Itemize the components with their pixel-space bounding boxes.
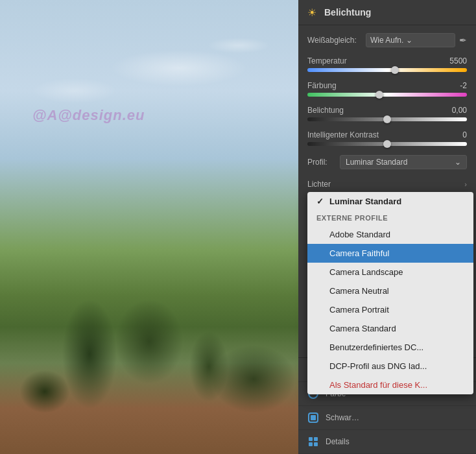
- slider-temperatur-track[interactable]: [307, 68, 467, 72]
- watermark: @A@design.eu: [32, 107, 145, 124]
- slider-temperatur-thumb[interactable]: [391, 66, 399, 74]
- dropdown-item-camera-neutral[interactable]: Camera Neutral: [307, 281, 473, 300]
- slider-faerbung-track[interactable]: [307, 93, 467, 97]
- dropdown-item-benutzerdefiniert[interactable]: Benutzerdefiniertes DC...: [307, 338, 473, 357]
- wb-label: Weißabgleich:: [307, 36, 366, 45]
- slider-belichtung: Belichtung 0,00: [307, 106, 467, 121]
- dropdown-item-label: Camera Faithful: [329, 248, 389, 258]
- slider-intelligenter-kontrast: Intelligenter Kontrast 0: [307, 130, 467, 146]
- slider-faerbung-value: -2: [460, 81, 467, 90]
- slider-kontrast-label: Intelligenter Kontrast: [307, 130, 379, 139]
- slider-kontrast-track[interactable]: [307, 142, 467, 146]
- details-label: Details: [326, 437, 350, 446]
- dropdown-item-label: Als Standard für diese K...: [329, 380, 427, 390]
- dropdown-item-label: Luminar Standard: [329, 197, 401, 206]
- dropdown-section-externe: EXTERNE PROFILE: [307, 211, 473, 225]
- right-panel: ☀ Belichtung Weißabgleich: Wie Aufn. ⌄ ✒…: [298, 0, 476, 454]
- profile-label: Profil:: [307, 158, 340, 167]
- schwar-section[interactable]: Schwar…: [298, 406, 476, 430]
- schwar-icon: [307, 412, 319, 424]
- belichtung-icon: ☀: [307, 6, 319, 18]
- slider-faerbung: Färbung -2: [307, 81, 467, 97]
- profile-dropdown: ✓ Luminar Standard EXTERNE PROFILE Adobe…: [307, 192, 473, 394]
- slider-temperatur-value: 5500: [449, 56, 467, 66]
- dropdown-item-label: Camera Landscape: [329, 267, 403, 277]
- wb-chevron-icon: ⌄: [406, 36, 412, 45]
- dropdown-item-label: Camera Standard: [329, 324, 396, 333]
- wb-select[interactable]: Wie Aufn. ⌄: [366, 33, 455, 47]
- details-icon: [307, 436, 319, 448]
- dropdown-item-luminar-standard[interactable]: ✓ Luminar Standard: [307, 192, 473, 211]
- svg-rect-14: [309, 442, 313, 446]
- photo-background: @A@design.eu: [0, 0, 298, 454]
- profile-chevron-icon: ⌄: [455, 158, 461, 167]
- slider-faerbung-thumb[interactable]: [375, 91, 383, 99]
- svg-rect-12: [309, 437, 313, 441]
- dropdown-item-camera-portrait[interactable]: Camera Portrait: [307, 300, 473, 319]
- lichter-label: Lichter: [307, 180, 331, 189]
- slider-faerbung-label: Färbung: [307, 81, 337, 90]
- svg-rect-11: [311, 415, 316, 420]
- dropdown-item-label: DCP-Profil aus DNG lad...: [329, 361, 427, 371]
- lichter-row[interactable]: Lichter ›: [307, 176, 467, 193]
- slider-belichtung-label: Belichtung: [307, 106, 344, 115]
- slider-kontrast-thumb[interactable]: [383, 140, 391, 148]
- dropdown-item-camera-landscape[interactable]: Camera Landscape: [307, 263, 473, 281]
- details-section[interactable]: Details: [298, 430, 476, 454]
- slider-belichtung-thumb[interactable]: [383, 115, 391, 123]
- slider-temperatur-label: Temperatur: [307, 56, 347, 66]
- panel-header: ☀ Belichtung: [298, 0, 476, 25]
- slider-temperatur: Temperatur 5500: [307, 56, 467, 72]
- wb-value: Wie Aufn.: [370, 36, 403, 45]
- wb-picker-button[interactable]: ✒: [459, 35, 467, 45]
- lichter-chevron-icon: ›: [464, 180, 467, 188]
- dropdown-item-adobe-standard[interactable]: Adobe Standard: [307, 225, 473, 244]
- slider-belichtung-value: 0,00: [452, 106, 467, 115]
- dropdown-item-label: Camera Neutral: [329, 286, 389, 296]
- whitebalance-row: Weißabgleich: Wie Aufn. ⌄ ✒: [307, 33, 467, 47]
- panel-title: Belichtung: [324, 7, 371, 18]
- dropdown-item-camera-standard[interactable]: Camera Standard: [307, 319, 473, 338]
- dropdown-check-icon: ✓: [316, 197, 327, 206]
- profile-value: Luminar Standard: [346, 158, 407, 167]
- photo-area: @A@design.eu: [0, 0, 298, 454]
- dropdown-item-als-standard[interactable]: Als Standard für diese K...: [307, 376, 473, 394]
- schwar-label: Schwar…: [326, 413, 359, 422]
- dropdown-item-label: Benutzerdefiniertes DC...: [329, 342, 423, 352]
- dropdown-item-camera-faithful[interactable]: Camera Faithful: [307, 244, 473, 263]
- dropdown-item-label: Camera Portrait: [329, 305, 389, 315]
- profile-row: Profil: Luminar Standard ⌄: [307, 155, 467, 169]
- slider-belichtung-track[interactable]: [307, 117, 467, 121]
- svg-rect-13: [314, 437, 318, 441]
- profile-select[interactable]: Luminar Standard ⌄: [340, 155, 467, 169]
- tree-overlay: [0, 204, 298, 454]
- dropdown-item-label: Adobe Standard: [329, 230, 390, 239]
- slider-kontrast-value: 0: [462, 130, 467, 139]
- dropdown-item-dcp-profil[interactable]: DCP-Profil aus DNG lad...: [307, 357, 473, 376]
- svg-rect-15: [314, 442, 318, 446]
